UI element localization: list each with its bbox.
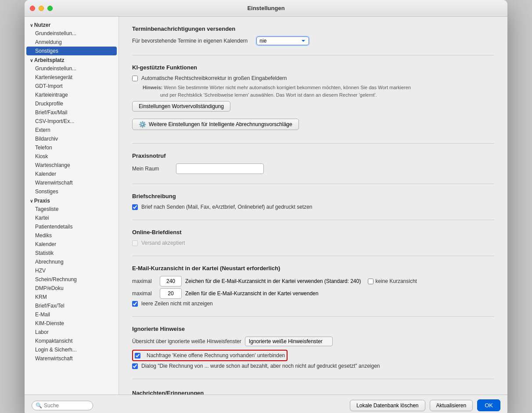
ki-checkbox-row: Automatische Rechtschreibkorrektur in gr… xyxy=(132,75,494,81)
section-title-terminbenachrichtigungen: Terminbenachrichtigungen versenden xyxy=(132,25,494,32)
btn-lokale-db[interactable]: Lokale Datenbank löschen xyxy=(350,400,425,411)
nachfrage-checkbox-row: Nachfrage 'Keine offene Rechnung vorhand… xyxy=(132,350,494,361)
leere-zeilen-checkbox[interactable] xyxy=(132,301,138,307)
sidebar-item-ap-warteschlange[interactable]: Warteschlange xyxy=(25,161,119,170)
gear-icon: ⚙️ xyxy=(139,121,146,128)
ki-rechtschreib-checkbox[interactable] xyxy=(132,76,138,81)
sidebar-item-praxis-email[interactable]: E-Mail xyxy=(25,310,119,319)
online-briefdienst-checkbox-row: Versand akzeptiert xyxy=(132,240,494,246)
sidebar-item-praxis-login-sicherh[interactable]: Login & Sicherh... xyxy=(25,345,119,354)
brief-gedruckt-label: Brief nach Senden (Mail, Fax, eArztbrief… xyxy=(141,204,313,210)
sidebar-item-praxis-statistik[interactable]: Statistik xyxy=(25,249,119,257)
bottom-bar: 🔍 Lokale Datenbank löschen Aktualisieren… xyxy=(25,395,507,413)
email-row1-label: maximal xyxy=(132,278,156,284)
ignorierte-hinweise-input[interactable] xyxy=(245,337,333,346)
keine-kurzansicht-checkbox[interactable] xyxy=(368,279,374,284)
sidebar-item-praxis-schein-rechnung[interactable]: Schein/Rechnung xyxy=(25,275,119,284)
sidebar-item-ap-kalender[interactable]: Kalender xyxy=(25,170,119,178)
window-buttons xyxy=(30,6,53,11)
sidebar-item-ap-druckprofile[interactable]: Druckprofile xyxy=(25,99,119,108)
brief-gedruckt-checkbox[interactable] xyxy=(132,204,138,210)
dialog-checkbox[interactable] xyxy=(132,363,138,369)
sidebar-item-ap-csv-import[interactable]: CSV-Import/Ex... xyxy=(25,117,119,126)
sidebar-item-ap-sonstiges[interactable]: Sonstiges xyxy=(25,187,119,196)
email-kurzansicht-row1: maximal Zeichen für die E-Mail-Kurzansic… xyxy=(132,276,494,286)
sidebar-item-ap-brief-fax-mail[interactable]: Brief/Fax/Mail xyxy=(25,108,119,117)
sidebar-item-nutzer-sonstiges[interactable]: Sonstiges xyxy=(26,47,117,55)
sidebar-item-praxis-warenwirtschaft[interactable]: Warenwirtschaft xyxy=(25,354,119,363)
settings-window: Einstellungen Nutzer Grundeinstellun... … xyxy=(25,0,507,413)
btn-intelligente-row: ⚙️ Weitere Einstellungen für Intelligent… xyxy=(132,119,494,134)
leere-zeilen-label: leere Zeilen nicht mit anzeigen xyxy=(141,301,213,307)
section-title-email-kurzansicht: E-Mail-Kurzansicht in der Kartei (Neusta… xyxy=(132,265,494,272)
sidebar-item-praxis-brief-fax-tel[interactable]: Brief/Fax/Tel xyxy=(25,301,119,310)
sidebar-item-ap-karteieintrage[interactable]: Karteieintrage xyxy=(25,91,119,99)
minimize-button[interactable] xyxy=(39,6,44,11)
sidebar-item-praxis-kompaktansicht[interactable]: Kompaktansicht xyxy=(25,337,119,345)
section-praxisnotruf: Praxisnotruf Mein Raum xyxy=(132,152,494,184)
sidebar-item-praxis-labor[interactable]: Labor xyxy=(25,328,119,337)
sidebar-item-praxis-kalender[interactable]: Kalender xyxy=(25,240,119,249)
titlebar: Einstellungen xyxy=(25,0,507,17)
search-input[interactable] xyxy=(44,402,89,409)
search-box: 🔍 xyxy=(32,401,93,410)
sidebar-item-nutzer-grundeinstellung[interactable]: Grundeinstellun... xyxy=(25,29,119,38)
section-ignorierte-hinweise: Ignorierte Hinweise Übersicht über ignor… xyxy=(132,326,494,379)
section-title-online-briefdienst: Online-Briefdienst xyxy=(132,229,494,235)
section-nachrichten: Nachrichten/Erinnerungen xyxy=(132,388,494,395)
sidebar-item-praxis-mediks[interactable]: Mediks xyxy=(25,231,119,240)
sidebar-item-ap-gdt-import[interactable]: GDT-Import xyxy=(25,82,119,91)
sidebar-group-praxis[interactable]: Praxis xyxy=(25,196,119,205)
sidebar-item-praxis-kim-dienste[interactable]: KIM-Dienste xyxy=(25,319,119,328)
sidebar-item-ap-extern[interactable]: Extern xyxy=(25,126,119,134)
bottom-bar-actions: Lokale Datenbank löschen Aktualisieren O… xyxy=(350,399,500,411)
sidebar-group-arbeitsplatz[interactable]: Arbeitsplatz xyxy=(25,55,119,64)
terminbenachrichtigungen-row: Für bevorstehende Termine in eigenen Kal… xyxy=(132,36,494,45)
terminbenachrichtigungen-label: Für bevorstehende Termine in eigenen Kal… xyxy=(132,38,248,44)
sidebar-item-ap-grundeinstellung[interactable]: Grundeinstellun... xyxy=(25,64,119,73)
nachfrage-checkbox[interactable] xyxy=(135,353,140,359)
versand-akzeptiert-checkbox[interactable] xyxy=(132,240,138,246)
sidebar-item-praxis-tagesliste[interactable]: Tagesliste xyxy=(25,205,119,214)
section-terminbenachrichtigungen: Terminbenachrichtigungen versenden Für b… xyxy=(132,25,494,55)
sidebar-item-praxis-abrechnung[interactable]: Abrechnung xyxy=(25,257,119,266)
sidebar-item-ap-telefon[interactable]: Telefon xyxy=(25,143,119,152)
praxisnotruf-input[interactable] xyxy=(176,163,264,174)
main-content: Nutzer Grundeinstellun... Anmeldung Sons… xyxy=(25,17,507,395)
sidebar-item-ap-kartenlesegeraet[interactable]: Kartenlesegerät xyxy=(25,73,119,82)
btn-aktualisieren[interactable]: Aktualisieren xyxy=(430,400,473,411)
email-zeichen-input[interactable] xyxy=(160,276,182,286)
sidebar-item-ap-kiosk[interactable]: Kiosk xyxy=(25,152,119,161)
section-email-kurzansicht: E-Mail-Kurzansicht in der Kartei (Neusta… xyxy=(132,265,494,317)
sidebar-item-nutzer-anmeldung[interactable]: Anmeldung xyxy=(25,38,119,47)
nachfrage-label: Nachfrage 'Keine offene Rechnung vorhand… xyxy=(147,352,285,359)
section-title-ki: KI-gestützte Funktionen xyxy=(132,64,494,71)
ignorierte-hinweise-label: Übersicht über ignorierte weiße Hinweisf… xyxy=(132,338,241,344)
close-button[interactable] xyxy=(30,6,35,11)
sidebar-item-praxis-dmp-edoku[interactable]: DMP/eDoku xyxy=(25,284,119,293)
section-title-praxisnotruf: Praxisnotruf xyxy=(132,152,494,159)
section-title-nachrichten: Nachrichten/Erinnerungen xyxy=(132,390,494,395)
btn-ok[interactable]: OK xyxy=(477,399,500,411)
sidebar-item-praxis-krm[interactable]: KRM xyxy=(25,293,119,301)
email-row2-label: maximal xyxy=(132,290,156,297)
versand-akzeptiert-label: Versand akzeptiert xyxy=(141,240,185,246)
sidebar-item-praxis-kartei[interactable]: Kartei xyxy=(25,214,119,222)
window-title: Einstellungen xyxy=(247,5,284,11)
sidebar-item-ap-warenwirtschaft[interactable]: Warenwirtschaft xyxy=(25,178,119,187)
email-zeilen-desc: Zeilen für die E-Mail-Kurzansicht in der… xyxy=(185,290,318,297)
maximize-button[interactable] xyxy=(47,6,53,11)
btn-intelligente-label: Weitere Einstellungen für Intelligente A… xyxy=(149,121,292,127)
email-zeilen-input[interactable] xyxy=(160,288,182,299)
sidebar-item-praxis-hzv[interactable]: HZV xyxy=(25,266,119,275)
btn-intelligente-abrechnungsvorschlaege[interactable]: ⚙️ Weitere Einstellungen für Intelligent… xyxy=(132,119,299,130)
sidebar-item-praxis-patientendetails[interactable]: Patientendetails xyxy=(25,222,119,231)
btn-wortvervollstaendigung[interactable]: Einstellungen Wortvervollständigung xyxy=(132,101,230,112)
sidebar-group-nutzer[interactable]: Nutzer xyxy=(25,20,119,29)
sidebar-item-ap-bildarchiv[interactable]: Bildarchiv xyxy=(25,134,119,143)
hint-label: Hinweis: xyxy=(143,85,162,90)
search-icon: 🔍 xyxy=(36,402,42,409)
terminbenachrichtigungen-select[interactable]: nie immer fragen xyxy=(256,36,309,45)
hint-text-content: Wenn Sie bestimmte Wörter nicht mehr aut… xyxy=(143,85,411,98)
sidebar: Nutzer Grundeinstellun... Anmeldung Sons… xyxy=(25,17,119,395)
